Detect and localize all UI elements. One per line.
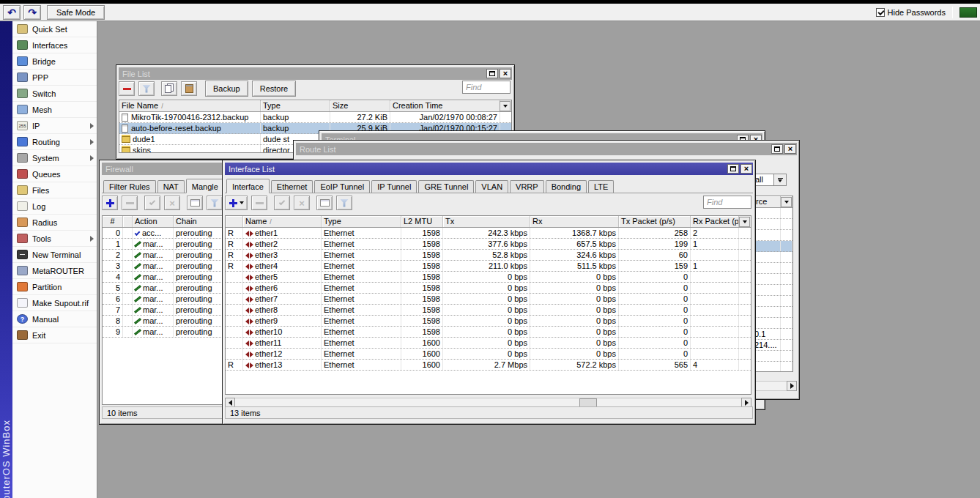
enable-button[interactable] (144, 196, 160, 210)
sidebar-item-queues[interactable]: Queues (12, 166, 97, 182)
sidebar-item-manual[interactable]: Manual (12, 311, 97, 327)
column-header-creation-time[interactable]: Creation Time (390, 100, 500, 111)
disable-button[interactable]: × (294, 196, 310, 210)
sidebar-item-partition[interactable]: Partition (12, 279, 97, 295)
column-header-tx-packet[interactable]: Tx Packet (p/s) (619, 216, 691, 227)
column-header-file-name[interactable]: File Name/ (119, 100, 261, 111)
maximize-button[interactable] (771, 144, 783, 154)
sidebar-item-bridge[interactable]: Bridge (12, 53, 97, 70)
tab-vlan[interactable]: VLAN (475, 180, 508, 193)
tab-bonding[interactable]: Bonding (546, 180, 587, 193)
table-row[interactable]: ether6Ethernet15980 bps0 bps0 (226, 283, 751, 294)
table-row[interactable]: ether5Ethernet15980 bps0 bps0 (226, 272, 751, 283)
add-interface-button[interactable] (225, 196, 248, 210)
column-header-num[interactable]: # (103, 216, 123, 227)
find-input[interactable] (703, 196, 751, 209)
filter-button[interactable] (207, 196, 223, 210)
column-header-size[interactable]: Size (330, 100, 390, 111)
tab-eoip-tunnel[interactable]: EoIP Tunnel (314, 180, 370, 193)
enable-button[interactable] (274, 196, 290, 210)
maximize-button[interactable] (727, 164, 739, 174)
sidebar-item-switch[interactable]: Switch (12, 86, 97, 102)
table-row[interactable]: ether11Ethernet16000 bps0 bps0 (226, 338, 751, 349)
column-header-rx[interactable]: Rx (530, 216, 619, 227)
maximize-button[interactable] (486, 69, 498, 78)
hide-passwords-checkbox[interactable] (876, 8, 885, 17)
table-row[interactable]: Rether1Ethernet1598242.3 kbps1368.7 kbps… (226, 228, 751, 239)
sidebar-item-log[interactable]: Log (12, 198, 97, 215)
route-list-titlebar[interactable]: Route List × (296, 143, 797, 155)
remove-interface-button[interactable] (251, 196, 267, 210)
sidebar-item-radius[interactable]: Radius (12, 215, 97, 231)
close-button[interactable]: × (784, 144, 796, 154)
close-button[interactable]: × (500, 69, 511, 78)
route-filter-combobox[interactable]: all (752, 174, 787, 186)
sidebar-item-ppp[interactable]: PPP (12, 70, 97, 86)
undo-button[interactable]: ↶ (3, 5, 21, 20)
column-header-tx[interactable]: Tx (443, 216, 530, 227)
paste-button[interactable] (181, 81, 197, 96)
sidebar-item-make-supout-rif[interactable]: Make Supout.rif (12, 295, 97, 311)
backup-button[interactable]: Backup (205, 81, 248, 97)
sidebar-item-files[interactable]: Files (12, 182, 97, 198)
tab-nat[interactable]: NAT (157, 180, 185, 193)
column-header-rx-packet[interactable]: Rx Packet (p/ (691, 216, 739, 227)
safe-mode-button[interactable]: Safe Mode (47, 5, 105, 20)
sidebar-item-metarouter[interactable]: MetaROUTER (12, 263, 97, 279)
add-rule-button[interactable] (102, 196, 118, 210)
table-row[interactable]: Rether3Ethernet159852.8 kbps324.6 kbps60 (226, 250, 751, 261)
comment-button[interactable] (187, 196, 203, 210)
restore-button[interactable]: Restore (252, 81, 297, 97)
sidebar-item-system[interactable]: System (12, 150, 97, 166)
disable-button[interactable]: × (164, 196, 180, 210)
sidebar-item-routing[interactable]: Routing (12, 134, 97, 150)
sidebar-item-interfaces[interactable]: Interfaces (12, 37, 97, 53)
find-input[interactable] (462, 81, 511, 94)
table-row[interactable]: MikroTik-19700416-2312.backupbackup27.2 … (119, 112, 511, 123)
table-row[interactable]: ether8Ethernet15980 bps0 bps0 (226, 305, 751, 316)
table-row[interactable]: Rether4Ethernet1598211.0 kbps511.5 kbps1… (226, 261, 751, 272)
tab-filter-rules[interactable]: Filter Rules (103, 180, 156, 193)
scroll-right-button[interactable] (787, 381, 797, 391)
filter-button[interactable] (138, 81, 155, 96)
column-filter-button[interactable] (500, 101, 511, 111)
column-header-type[interactable]: Type (261, 100, 330, 111)
table-row[interactable]: ether10Ethernet15980 bps0 bps0 (226, 327, 751, 338)
filter-button[interactable] (336, 196, 352, 210)
tab-vrrp[interactable]: VRRP (510, 180, 544, 193)
remove-file-button[interactable] (119, 81, 135, 96)
file-type-icon (122, 124, 128, 133)
column-header-l2mtu[interactable]: L2 MTU (401, 216, 443, 227)
table-row[interactable]: ether7Ethernet15980 bps0 bps0 (226, 294, 751, 305)
tab-gre-tunnel[interactable]: GRE Tunnel (418, 180, 474, 193)
remove-rule-button[interactable] (122, 196, 138, 210)
combobox-dropdown-button[interactable] (774, 174, 787, 186)
table-row[interactable]: ether9Ethernet15980 bps0 bps0 (226, 316, 751, 327)
table-row[interactable]: ether12Ethernet16000 bps0 bps0 (226, 349, 751, 360)
close-button[interactable]: × (740, 164, 752, 174)
comment-button[interactable] (316, 196, 333, 210)
tab-lte[interactable]: LTE (588, 180, 614, 193)
column-filter-button[interactable] (739, 217, 750, 227)
column-header-action[interactable]: Action (133, 216, 174, 227)
file-list-titlebar[interactable]: File List × (119, 67, 512, 80)
table-row[interactable]: Rether13Ethernet16002.7 Mbps572.2 kbps56… (226, 360, 751, 371)
sidebar-item-exit[interactable]: Exit (12, 327, 97, 343)
column-filter-button[interactable] (781, 197, 792, 207)
table-row[interactable]: Rether2Ethernet1598377.6 kbps657.5 kbps1… (226, 239, 751, 250)
sidebar-item-ip[interactable]: IP (12, 118, 97, 134)
sidebar-item-mesh[interactable]: Mesh (12, 102, 97, 118)
redo-button[interactable]: ↷ (23, 5, 41, 20)
tab-mangle[interactable]: Mangle (186, 179, 224, 193)
card-icon (320, 199, 330, 207)
interface-list-titlebar[interactable]: Interface List × (225, 163, 753, 175)
tab-ip-tunnel[interactable]: IP Tunnel (371, 180, 417, 193)
sidebar-item-quick-set[interactable]: Quick Set (12, 21, 97, 37)
sidebar-item-tools[interactable]: Tools (12, 231, 97, 247)
tab-ethernet[interactable]: Ethernet (271, 180, 313, 193)
tab-interface[interactable]: Interface (226, 179, 270, 193)
column-header-type[interactable]: Type (322, 216, 401, 227)
copy-button[interactable] (161, 81, 177, 96)
column-header-name[interactable]: Name/ (243, 216, 322, 227)
sidebar-item-new-terminal[interactable]: New Terminal (12, 247, 97, 263)
